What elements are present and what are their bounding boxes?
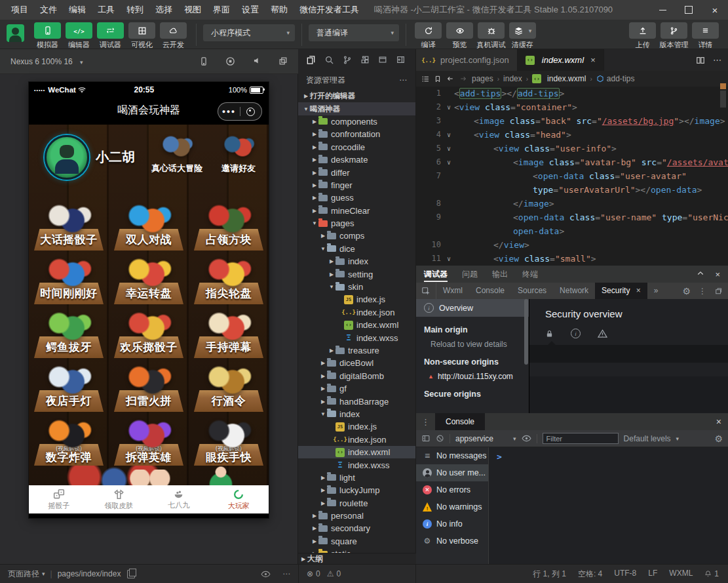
minimize-button[interactable] [649, 0, 676, 20]
breadcrumb-item[interactable]: ‹›index.wxml [532, 74, 586, 83]
context-select[interactable]: appservice ▾ [455, 434, 516, 443]
close-button[interactable]: × [702, 0, 728, 20]
console-prompt[interactable]: > [489, 447, 728, 462]
user-avatar[interactable] [7, 24, 24, 42]
tabbar-item[interactable]: 大玩家 [209, 485, 269, 513]
status-item[interactable]: LF [648, 569, 657, 580]
page-path-label[interactable]: 页面路径 [8, 569, 39, 580]
forward-icon[interactable] [459, 75, 468, 83]
console-filter-item[interactable]: ⚙No verbose [416, 533, 488, 550]
debugger-tab[interactable]: 输出 [492, 266, 508, 283]
status-item[interactable]: 空格: 4 [578, 569, 602, 580]
devtools-tab[interactable]: Network [553, 283, 595, 299]
tree-item[interactable]: ▼喝酒神器 [298, 102, 416, 115]
tree-item[interactable]: ▼skin [298, 281, 416, 293]
kebab-menu-icon[interactable]: ⋮ [699, 287, 706, 296]
notifications-button[interactable]: 1 [704, 569, 719, 578]
collapse-icon[interactable] [697, 270, 704, 279]
more-tabs-icon[interactable]: » [647, 283, 665, 299]
tree-item[interactable]: Ξindex.wxss [298, 458, 416, 471]
tree-item[interactable]: ▶gf [298, 382, 416, 395]
tree-item[interactable]: ▶setting [298, 268, 416, 280]
status-item[interactable]: 行 1, 列 1 [533, 569, 566, 580]
undock-icon[interactable] [714, 287, 723, 295]
tabbar-item[interactable]: 摇骰子 [29, 485, 89, 513]
security-overview-item[interactable]: i Overview [416, 299, 529, 317]
close-icon[interactable]: × [634, 286, 640, 295]
tabbar-item[interactable]: 七八九 [149, 485, 209, 513]
windows-icon[interactable] [278, 56, 288, 66]
devtools-tab[interactable]: Sources [511, 283, 553, 299]
code-editor[interactable]: 1<add-tips></add-tips>2∨<view class="con… [416, 87, 728, 266]
console-tab[interactable]: Console [435, 413, 485, 430]
gear-icon[interactable]: ⚙ [714, 433, 723, 444]
fold-icon[interactable]: ∨ [444, 155, 454, 169]
menu-item[interactable]: 界面 [207, 0, 236, 20]
exit-icon[interactable] [240, 108, 262, 116]
tree-item[interactable]: ▶luckyJump [298, 484, 416, 496]
record-icon[interactable] [225, 56, 235, 66]
nonsecure-origin-item[interactable]: ▲ http://touzi.115xy.com [428, 372, 529, 381]
game-cell[interactable]: 大话摇骰子 [29, 198, 109, 252]
game-cell[interactable]: 双人对战 [109, 198, 189, 252]
toolbar-button[interactable]: ▾清缓存 [507, 22, 538, 50]
inspect-element-icon[interactable] [416, 283, 436, 299]
debugger-tab[interactable]: 问题 [462, 266, 478, 283]
game-cell[interactable]: 行酒令 [189, 359, 269, 413]
eye-icon[interactable] [522, 435, 531, 442]
console-messages-area[interactable]: > [489, 447, 728, 564]
tree-item[interactable]: ▶digitalBomb [298, 370, 416, 382]
debugger-tab[interactable]: 终端 [522, 266, 538, 283]
search-icon[interactable] [324, 55, 334, 65]
devtools-tab[interactable]: Wxml [436, 283, 469, 299]
tree-item[interactable]: ▶打开的编辑器 [298, 90, 416, 102]
console-filter-item[interactable]: iNo info [416, 515, 488, 533]
toolbar-button[interactable]: 真机调试 [476, 22, 507, 50]
tree-item[interactable]: ‹›index.wxml [298, 446, 416, 458]
tree-item[interactable]: Ξindex.wxss [298, 331, 416, 344]
menu-item[interactable]: 设置 [236, 0, 265, 20]
devtools-tab[interactable]: Security × [595, 283, 647, 299]
more-actions-icon[interactable]: ⋯ [282, 569, 290, 578]
tree-item[interactable]: ▶crocodile [298, 141, 416, 153]
tree-item[interactable]: ▶personal [298, 510, 416, 522]
tree-item[interactable]: ▶deskmate [298, 153, 416, 166]
tree-item[interactable]: ▶square [298, 535, 416, 548]
tree-item[interactable]: ▶finger [298, 179, 416, 191]
tree-item[interactable]: ▶mineClear [298, 205, 416, 217]
tree-item[interactable]: ▶treasure [298, 344, 416, 357]
debugger-tab[interactable]: 调试器 [424, 266, 448, 283]
tree-item[interactable]: ▼pages [298, 217, 416, 230]
tree-item[interactable]: ▶index [298, 255, 416, 268]
filter-input[interactable] [543, 433, 619, 444]
outline-section[interactable]: ▶ 大纲 [298, 553, 416, 564]
menu-item[interactable]: 微信开发者工具 [294, 0, 365, 20]
tree-item[interactable]: ▶guess [298, 191, 416, 204]
game-cell[interactable]: 指尖轮盘 [189, 252, 269, 306]
toolbar-button[interactable]: 版本管理 [659, 22, 689, 50]
scrollbar-thumb[interactable] [524, 299, 528, 365]
mode-select[interactable]: 小程序模式 ▾ [203, 24, 295, 41]
console-filter-item[interactable]: ✕No errors [416, 481, 488, 498]
speaker-icon[interactable] [252, 56, 261, 66]
layout-icon[interactable] [396, 55, 406, 64]
toolbar-button[interactable]: 上传 [627, 22, 658, 50]
device-selector[interactable]: Nexus 6 100% 16 ▾ [10, 57, 83, 66]
capsule-menu[interactable]: ●●● [218, 102, 262, 121]
toolbar-button[interactable]: 云开发 [158, 22, 189, 50]
tree-item[interactable]: ▶confrontation [298, 128, 416, 140]
compile-mode-select[interactable]: 普通编译 ▾ [309, 24, 399, 41]
window-icon[interactable] [378, 55, 387, 64]
devtools-tab[interactable]: Console [469, 283, 511, 299]
tree-item[interactable]: ▶diceBowl [298, 357, 416, 369]
toolbar-button[interactable]: 详情 [690, 22, 721, 50]
tree-item[interactable]: ▶differ [298, 166, 416, 178]
status-item[interactable]: UTF-8 [614, 569, 636, 580]
menu-item[interactable]: 选择 [149, 0, 178, 20]
console-filter-item[interactable]: ≡No messages [416, 447, 488, 464]
tree-item[interactable]: ▶comps [298, 230, 416, 242]
fold-icon[interactable]: ∨ [444, 252, 454, 266]
tree-item[interactable]: JSindex.js [298, 420, 416, 433]
back-icon[interactable] [446, 75, 455, 83]
quick-item[interactable]: 邀请好友 [208, 134, 269, 174]
